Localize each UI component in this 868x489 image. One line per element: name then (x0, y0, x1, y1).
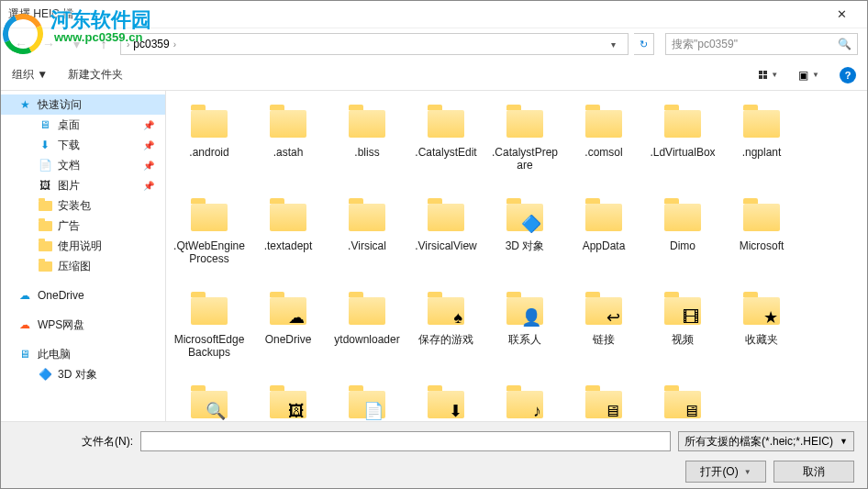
organize-button[interactable]: 组织 ▼ (12, 67, 48, 83)
nav-forward-icon: → (38, 33, 60, 55)
new-folder-button[interactable]: 新建文件夹 (68, 67, 123, 83)
file-label: 视频 (670, 333, 696, 346)
file-item[interactable]: ytdownloader (329, 289, 405, 381)
folder-icon (38, 259, 52, 273)
close-icon[interactable]: ✕ (823, 2, 860, 28)
sidebar-item-wps[interactable]: ☁WPS网盘 (1, 315, 165, 335)
chevron-right-icon: › (173, 39, 176, 50)
file-item[interactable]: .CatalystPrepare (487, 102, 562, 194)
file-item[interactable]: .android (172, 102, 247, 194)
file-item[interactable]: .astah (250, 102, 326, 194)
picture-icon: 🖼 (38, 178, 52, 193)
cloud-icon: ☁ (17, 317, 32, 332)
sidebar-item-folder[interactable]: 广告 (1, 216, 165, 236)
breadcrumb-dropdown-icon[interactable]: ▾ (604, 39, 622, 50)
split-dropdown-icon[interactable]: ▼ (744, 468, 751, 476)
file-item[interactable]: Dimo (645, 195, 720, 287)
chevron-down-icon: ▼ (840, 437, 848, 446)
file-list[interactable]: .android.astah.bliss.CatalystEdit.Cataly… (166, 91, 867, 421)
sidebar-item-folder[interactable]: 压缩图 (1, 256, 165, 276)
open-button[interactable]: 打开(O)▼ (685, 461, 766, 483)
file-item[interactable]: Microsoft (724, 195, 799, 287)
filename-label: 文件名(N): (14, 434, 133, 450)
file-item[interactable]: 🎞视频 (645, 289, 720, 381)
sidebar-item-3d[interactable]: 🔷3D 对象 (1, 364, 165, 384)
file-item[interactable]: ♠保存的游戏 (408, 289, 484, 381)
file-label: .astah (272, 146, 306, 159)
file-item[interactable]: ↩链接 (566, 289, 641, 381)
file-item[interactable]: .LdVirtualBox (645, 102, 720, 194)
file-item[interactable]: 👤联系人 (487, 289, 562, 381)
overlay-icon: ♪ (533, 402, 541, 421)
overlay-icon: 👤 (521, 307, 541, 328)
overlay-icon: 🔍 (206, 401, 226, 421)
filetype-select[interactable]: 所有支援的檔案(*.heic;*.HEIC) ▼ (678, 431, 854, 451)
sidebar-item-folder[interactable]: 使用说明 (1, 236, 165, 256)
file-item[interactable]: 🖼图片 (250, 383, 326, 421)
file-label: 收藏夹 (743, 333, 780, 346)
file-item[interactable]: .bliss (329, 102, 405, 194)
nav-recent-icon[interactable]: ▾ (65, 33, 87, 55)
file-item[interactable]: AppData (566, 195, 641, 287)
file-item[interactable]: 🔍搜索 (172, 383, 247, 421)
file-item[interactable]: 🔷3D 对象 (487, 195, 562, 287)
overlay-icon: ☁ (288, 307, 305, 328)
breadcrumb[interactable]: › pc0359 › ▾ (120, 33, 629, 55)
file-label: 3D 对象 (504, 239, 547, 252)
file-item[interactable]: .ngplant (724, 102, 799, 194)
file-item[interactable]: ⬇下载 (408, 383, 484, 421)
desktop-icon: 🖥 (38, 117, 52, 132)
help-icon[interactable]: ? (840, 67, 856, 83)
sidebar-quick-access[interactable]: ★ 快速访问 (1, 94, 165, 115)
sidebar-item-pictures[interactable]: 🖼图片📌 (1, 175, 165, 195)
file-label: .comsol (583, 146, 624, 159)
cloud-icon: ☁ (17, 288, 32, 303)
file-item[interactable]: ★收藏夹 (724, 289, 799, 381)
overlay-icon: ⬇ (449, 401, 462, 421)
nav-up-icon[interactable]: ↑ (93, 33, 115, 55)
file-label: .VirsicalView (413, 239, 479, 252)
preview-pane-button[interactable]: ▣▼ (798, 69, 819, 82)
file-label: .QtWebEngineProcess (172, 239, 247, 266)
file-item[interactable]: ☁OneDrive (250, 289, 326, 381)
file-item[interactable]: 📄文档 (329, 383, 405, 421)
file-label: .ngplant (740, 146, 784, 159)
sidebar-item-downloads[interactable]: ⬇下载📌 (1, 135, 165, 155)
sidebar-item-folder[interactable]: 安装包 (1, 195, 165, 216)
sidebar-item-desktop[interactable]: 🖥桌面📌 (1, 115, 165, 135)
file-label: Dimo (668, 239, 697, 252)
overlay-icon: 🔷 (521, 214, 541, 234)
file-item[interactable]: 🖥桌面 (566, 383, 641, 421)
search-icon[interactable]: 🔍 (838, 38, 851, 50)
sidebar-item-onedrive[interactable]: ☁OneDrive (1, 285, 165, 306)
filename-input[interactable] (140, 431, 671, 451)
pin-icon: 📌 (143, 161, 154, 171)
file-label: Microsoft (738, 239, 786, 252)
folder-icon (38, 198, 52, 213)
refresh-icon[interactable]: ↻ (634, 33, 654, 55)
view-options-button[interactable]: ▼ (759, 71, 778, 79)
folder-icon (38, 239, 52, 253)
file-label: .android (187, 146, 230, 159)
sidebar-item-documents[interactable]: 📄文档📌 (1, 155, 165, 175)
sidebar-item-thispc[interactable]: 🖥此电脑 (1, 344, 165, 364)
file-item[interactable]: .CatalystEdit (408, 102, 484, 194)
file-item[interactable]: .Virsical (329, 195, 405, 287)
file-item[interactable]: .VirsicalView (408, 195, 484, 287)
file-label: AppData (581, 239, 628, 252)
file-item[interactable]: .comsol (566, 102, 641, 194)
file-item[interactable]: .QtWebEngineProcess (172, 195, 247, 287)
overlay-icon: 🖥 (683, 402, 699, 421)
file-label: 保存的游戏 (417, 333, 475, 346)
breadcrumb-segment[interactable]: pc0359 (133, 38, 169, 50)
file-item[interactable]: 🖥桌面 (645, 383, 720, 421)
file-item[interactable]: .textadept (250, 195, 326, 287)
search-placeholder: 搜索"pc0359" (672, 37, 838, 52)
search-input[interactable]: 搜索"pc0359" 🔍 (665, 33, 858, 55)
file-label: .CatalystPrepare (487, 146, 562, 172)
overlay-icon: ★ (763, 307, 778, 328)
cancel-button[interactable]: 取消 (773, 461, 854, 483)
overlay-icon: ♠ (453, 308, 462, 328)
file-item[interactable]: ♪音乐 (487, 383, 562, 421)
file-item[interactable]: MicrosoftEdgeBackups (172, 289, 247, 381)
